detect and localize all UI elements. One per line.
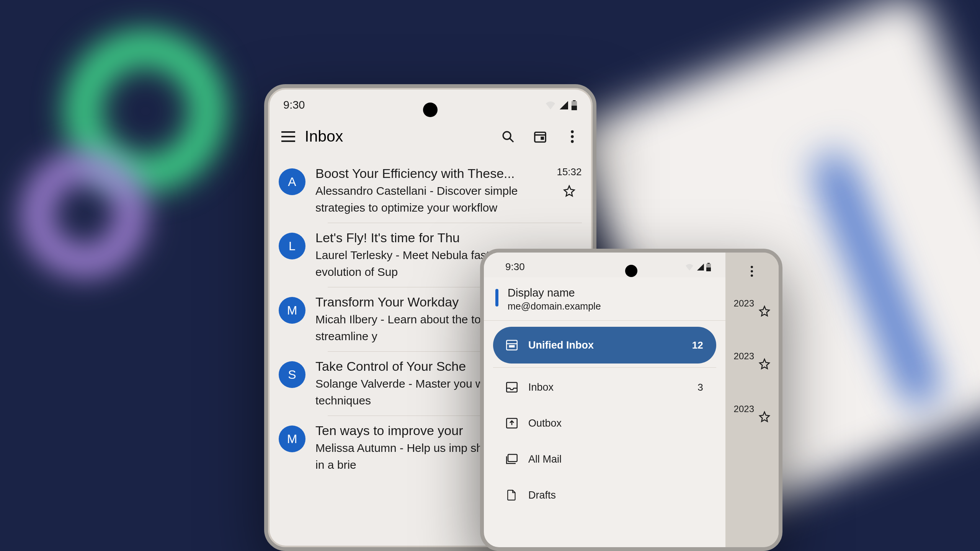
svg-point-3: [503, 132, 511, 139]
app-bar: Inbox: [268, 117, 593, 158]
divider: [493, 367, 716, 368]
avatar: A: [279, 168, 305, 195]
mail-preview: Alessandro Castellani - Discover simple …: [315, 183, 547, 216]
nav-item-all-mail[interactable]: All Mail: [493, 442, 716, 476]
account-accent: [495, 289, 498, 306]
nav-drawer: 9:30 Display name me@dom: [484, 253, 725, 547]
avatar: M: [279, 425, 305, 452]
mail-year: 2023: [734, 298, 754, 309]
mail-year: 2023: [734, 404, 754, 414]
nav-count: 3: [697, 381, 703, 393]
avatar: L: [279, 233, 305, 259]
svg-line-4: [510, 138, 513, 142]
phone-drawer: 9:30 Display name me@dom: [480, 249, 782, 551]
svg-rect-6: [541, 137, 544, 140]
mail-subject: Let's Fly! It's time for Thu: [315, 230, 582, 245]
avatar: S: [279, 361, 305, 388]
nav-item-unified-inbox[interactable]: Unified Inbox 12: [493, 327, 716, 364]
mail-time: 15:32: [557, 166, 581, 178]
more-icon[interactable]: [564, 128, 581, 145]
svg-rect-13: [706, 267, 711, 271]
star-icon[interactable]: [759, 305, 770, 317]
star-icon[interactable]: [563, 185, 575, 197]
nav-label: Drafts: [528, 489, 703, 501]
signal-icon: [559, 101, 568, 109]
account-header[interactable]: Display name me@domain.example: [484, 277, 725, 320]
wifi-icon: [545, 101, 556, 109]
svg-point-20: [751, 266, 753, 268]
svg-point-9: [571, 135, 573, 138]
nav-label: Inbox: [528, 381, 687, 393]
drafts-icon: [506, 490, 518, 500]
svg-point-21: [751, 270, 753, 272]
camera-hole: [625, 265, 637, 277]
battery-icon: [706, 263, 711, 271]
unified-icon: [506, 340, 518, 350]
inbox-icon: [506, 382, 518, 393]
nav-item-outbox[interactable]: Outbox: [493, 406, 716, 440]
svg-point-10: [571, 140, 573, 143]
list-item[interactable]: 2023: [725, 383, 779, 435]
svg-point-8: [571, 130, 573, 133]
svg-point-22: [751, 274, 753, 277]
status-time: 9:30: [283, 99, 305, 111]
page-title: Inbox: [305, 127, 499, 145]
divider: [484, 320, 725, 321]
nav-label: All Mail: [528, 453, 703, 465]
mail-subject: Boost Your Efficiency with These...: [315, 166, 547, 181]
svg-rect-11: [707, 263, 710, 264]
signal-icon: [696, 264, 704, 271]
nav-label: Unified Inbox: [528, 339, 681, 351]
content-behind-drawer: 2023 2023 2023: [725, 253, 779, 547]
svg-rect-2: [572, 106, 577, 110]
star-icon[interactable]: [759, 411, 770, 422]
search-icon[interactable]: [499, 128, 517, 145]
svg-rect-17: [506, 383, 517, 392]
nav-item-inbox[interactable]: Inbox 3: [493, 370, 716, 404]
status-time: 9:30: [505, 261, 525, 273]
battery-icon: [571, 100, 577, 110]
menu-icon[interactable]: [279, 128, 297, 145]
account-display-name: Display name: [508, 287, 601, 299]
mail-item[interactable]: A Boost Your Efficiency with These... Al…: [279, 158, 582, 223]
mail-year: 2023: [734, 351, 754, 362]
nav-item-drafts[interactable]: Drafts: [493, 478, 716, 512]
more-icon[interactable]: [725, 266, 779, 277]
outbox-icon: [506, 418, 518, 429]
camera-hole: [423, 103, 438, 117]
allmail-icon: [506, 454, 518, 465]
star-icon[interactable]: [759, 358, 770, 370]
svg-rect-16: [509, 345, 515, 347]
list-item[interactable]: 2023: [725, 277, 779, 330]
nav-count: 12: [692, 339, 703, 351]
nav-list: Unified Inbox 12 Inbox 3 Outbox All Mail…: [484, 325, 725, 514]
svg-rect-0: [573, 100, 575, 101]
calendar-icon[interactable]: [531, 128, 549, 145]
account-email: me@domain.example: [508, 301, 601, 312]
status-bar: 9:30: [484, 253, 725, 277]
svg-rect-19: [508, 455, 517, 462]
avatar: M: [279, 297, 305, 324]
wifi-icon: [685, 264, 694, 271]
list-item[interactable]: 2023: [725, 330, 779, 383]
nav-label: Outbox: [528, 417, 703, 429]
